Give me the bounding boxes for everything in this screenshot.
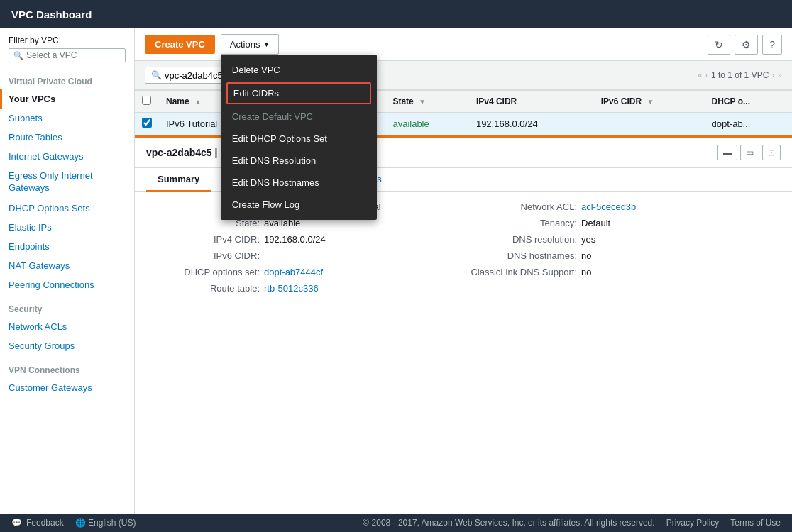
label-ipv4: IPv4 CIDR:: [146, 234, 260, 245]
sidebar-item-security-groups[interactable]: Security Groups: [0, 336, 134, 355]
chevron-down-icon: ▼: [263, 40, 270, 48]
toolbar-right: ↻ ⚙ ?: [708, 35, 782, 55]
first-page-icon[interactable]: «: [698, 70, 703, 80]
col-ipv6: IPv6 CIDR ▼: [594, 91, 705, 113]
globe-icon: 🌐: [75, 518, 86, 528]
value-dns-host: no: [581, 250, 591, 261]
label-dns-res: DNS resolution:: [463, 234, 577, 245]
copyright-text: © 2008 - 2017, Amazon Web Services, Inc.…: [363, 518, 654, 528]
summary-row-dns-host: DNS hostnames: no: [463, 250, 781, 261]
details-icon-3[interactable]: ⊡: [762, 145, 781, 160]
sidebar-section-security: Security: [0, 294, 134, 317]
value-tenancy: Default: [581, 218, 610, 228]
label-ipv6: IPv6 CIDR:: [146, 250, 260, 261]
col-ipv4: IPv4 CIDR: [469, 91, 594, 113]
menu-item-edit-dhcp[interactable]: Edit DHCP Options Set: [221, 128, 377, 150]
toolbar: Create VPC Actions ▼ Delete VPC Edit CID…: [135, 28, 792, 61]
create-vpc-button[interactable]: Create VPC: [145, 35, 215, 54]
actions-dropdown-wrap: Actions ▼ Delete VPC Edit CIDRs Create D…: [221, 34, 280, 55]
value-classiclink: no: [581, 267, 591, 277]
menu-item-edit-cidrs[interactable]: Edit CIDRs: [226, 82, 371, 104]
sort-name-icon[interactable]: ▲: [194, 98, 202, 106]
summary-row-route: Route table: rtb-5012c336: [146, 283, 463, 294]
link-acl[interactable]: acl-5ceced3b: [581, 201, 636, 212]
summary-row-classiclink: ClassicLink DNS Support: no: [463, 267, 781, 277]
footer: 💬 Feedback 🌐 English (US) © 2008 - 2017,…: [0, 514, 792, 532]
sidebar-item-endpoints[interactable]: Endpoints: [0, 237, 134, 256]
sidebar-item-egress-gateways[interactable]: Egress Only Internet Gateways: [0, 166, 134, 199]
cell-ipv4: 192.168.0.0/24: [469, 113, 594, 135]
details-icon-1[interactable]: ▬: [717, 145, 737, 160]
sidebar-item-nat-gateways[interactable]: NAT Gateways: [0, 256, 134, 275]
sort-state-icon[interactable]: ▼: [419, 98, 426, 106]
sidebar-item-network-acls[interactable]: Network ACLs: [0, 317, 134, 336]
footer-right: © 2008 - 2017, Amazon Web Services, Inc.…: [363, 518, 781, 528]
summary-row-tenancy: Tenancy: Default: [463, 218, 781, 228]
sidebar-item-customer-gateways[interactable]: Customer Gateways: [0, 378, 134, 397]
summary-row-ipv4: IPv4 CIDR: 192.168.0.0/24: [146, 234, 463, 245]
label-dns-host: DNS hostnames:: [463, 250, 577, 261]
feedback-label: Feedback: [26, 518, 64, 528]
prev-page-icon[interactable]: ‹: [705, 70, 708, 80]
link-dhcp[interactable]: dopt-ab7444cf: [264, 267, 323, 277]
vpc-search-box[interactable]: 🔍: [9, 48, 126, 62]
next-page-icon[interactable]: ›: [771, 70, 774, 80]
menu-item-create-flow-log[interactable]: Create Flow Log: [221, 194, 377, 216]
cell-ipv6: [594, 113, 705, 135]
vpc-search-input[interactable]: [26, 50, 121, 60]
label-acl: Network ACL:: [463, 201, 577, 212]
sidebar-item-peering[interactable]: Peering Connections: [0, 275, 134, 294]
sidebar-item-dhcp[interactable]: DHCP Options Sets: [0, 199, 134, 218]
actions-menu: Delete VPC Edit CIDRs Create Default VPC…: [221, 55, 377, 220]
summary-right: Network ACL: acl-5ceced3b Tenancy: Defau…: [463, 201, 781, 294]
tab-summary[interactable]: Summary: [146, 168, 211, 192]
sidebar-item-your-vpcs[interactable]: Your VPCs: [0, 89, 134, 109]
pagination-text: 1 to 1 of 1 VPC: [711, 70, 769, 80]
search-icon: 🔍: [151, 70, 162, 80]
cell-state: available: [385, 113, 468, 135]
details-icon-2[interactable]: ▭: [740, 145, 759, 160]
feedback-icon: 💬: [11, 518, 22, 528]
pagination: « ‹ 1 to 1 of 1 VPC › »: [698, 70, 782, 80]
details-icons: ▬ ▭ ⊡: [717, 145, 781, 160]
summary-row-dns-res: DNS resolution: yes: [463, 234, 781, 245]
sidebar-item-internet-gateways[interactable]: Internet Gateways: [0, 147, 134, 166]
menu-item-edit-dns-hostnames[interactable]: Edit DNS Hostnames: [221, 172, 377, 194]
label-tenancy: Tenancy:: [463, 218, 577, 228]
row-checkbox[interactable]: [142, 118, 152, 128]
menu-item-edit-dns-resolution[interactable]: Edit DNS Resolution: [221, 150, 377, 172]
privacy-link[interactable]: Privacy Policy: [666, 518, 720, 528]
summary-row-ipv6: IPv6 CIDR:: [146, 250, 463, 261]
link-route[interactable]: rtb-5012c336: [264, 283, 319, 294]
cell-dhcp: dopt-ab...: [705, 113, 792, 135]
help-button[interactable]: ?: [762, 35, 782, 55]
feedback-button[interactable]: 💬 Feedback: [11, 518, 64, 528]
sidebar-item-subnets[interactable]: Subnets: [0, 109, 134, 128]
actions-button[interactable]: Actions ▼: [221, 34, 280, 55]
col-dhcp: DHCP o...: [705, 91, 792, 113]
sidebar-section-vpn: VPN Connections: [0, 355, 134, 378]
footer-left: 💬 Feedback 🌐 English (US): [11, 518, 136, 528]
summary-row-acl: Network ACL: acl-5ceced3b: [463, 201, 781, 212]
actions-label: Actions: [230, 39, 260, 50]
select-all-checkbox[interactable]: [142, 96, 151, 105]
language-label: English (US): [88, 518, 136, 528]
terms-link[interactable]: Terms of Use: [730, 518, 781, 528]
settings-button[interactable]: ⚙: [735, 35, 758, 55]
menu-item-create-default-vpc: Create Default VPC: [221, 106, 377, 128]
summary-row-dhcp: DHCP options set: dopt-ab7444cf: [146, 267, 463, 277]
label-route: Route table:: [146, 283, 260, 294]
sidebar-item-elastic-ips[interactable]: Elastic IPs: [0, 218, 134, 237]
last-page-icon[interactable]: »: [777, 70, 782, 80]
label-classiclink: ClassicLink DNS Support:: [463, 267, 577, 277]
main-content: Create VPC Actions ▼ Delete VPC Edit CID…: [135, 28, 792, 514]
filter-section: Filter by VPC: 🔍: [0, 28, 134, 67]
sort-ipv6-icon[interactable]: ▼: [647, 98, 654, 106]
sidebar: Filter by VPC: 🔍 Virtual Private Cloud Y…: [0, 28, 135, 514]
value-ipv4: 192.168.0.0/24: [264, 234, 326, 245]
language-selector[interactable]: 🌐 English (US): [75, 518, 136, 528]
refresh-button[interactable]: ↻: [708, 35, 730, 55]
sidebar-item-route-tables[interactable]: Route Tables: [0, 128, 134, 147]
menu-item-delete-vpc[interactable]: Delete VPC: [221, 59, 377, 81]
filter-label: Filter by VPC:: [9, 35, 126, 45]
